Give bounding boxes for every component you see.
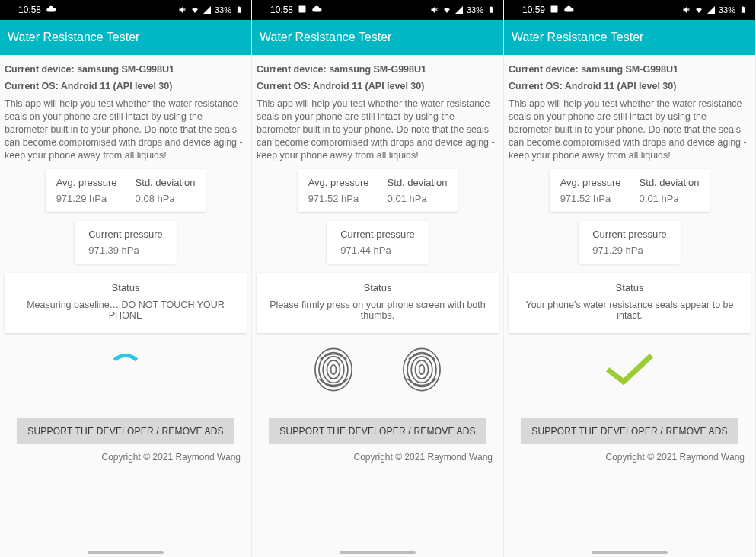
wifi-icon (694, 5, 703, 14)
metrics-card: Avg. pressure 971.52 hPa Std. deviation … (298, 169, 458, 212)
status-card: Status Please firmly press on your phone… (257, 273, 499, 333)
std-dev-value: 0.01 hPa (640, 193, 700, 204)
device-line: Current device: samsung SM-G998U1 (5, 61, 247, 78)
status-card: Status Measuring baseline… DO NOT TOUCH … (5, 273, 247, 333)
current-pressure-value: 971.29 hPa (592, 245, 667, 256)
metrics-card: Avg. pressure 971.52 hPa Std. deviation … (550, 169, 710, 212)
current-pressure-label: Current pressure (340, 229, 415, 240)
status-message: Your phone's water resistance seals appe… (515, 299, 745, 321)
app-bar: Water Resistance Tester (252, 20, 503, 55)
app-title: Water Resistance Tester (260, 30, 391, 43)
home-indicator[interactable] (340, 551, 416, 554)
wifi-icon (190, 5, 199, 14)
battery-text: 33% (719, 5, 735, 14)
avg-pressure-value: 971.52 hPa (308, 193, 369, 204)
avg-pressure-value: 971.52 hPa (560, 193, 621, 204)
svg-point-5 (331, 365, 337, 374)
cloud-icon (311, 4, 322, 17)
android-status-bar: 10:58 33% (0, 0, 251, 20)
device-line: Current device: samsung SM-G998U1 (257, 61, 499, 78)
visual-area (509, 336, 751, 406)
phone-screen-1: 10:58 33% Water Resistance Tester Curren… (0, 0, 252, 557)
clock: 10:58 (270, 5, 293, 15)
support-developer-button[interactable]: SUPPORT THE DEVELOPER / REMOVE ADS (521, 418, 738, 444)
visual-area[interactable] (257, 336, 499, 406)
clock: 10:59 (522, 5, 545, 15)
spinner-icon (108, 354, 143, 389)
app-title: Water Resistance Tester (8, 30, 139, 43)
mute-icon (430, 5, 439, 14)
svg-point-10 (419, 365, 425, 374)
clock: 10:58 (18, 5, 41, 15)
avg-pressure-label: Avg. pressure (560, 177, 621, 188)
mute-icon (682, 5, 691, 14)
copyright: Copyright © 2021 Raymond Wang (509, 444, 751, 463)
status-message: Please firmly press on your phone screen… (263, 299, 493, 321)
svg-point-1 (315, 349, 352, 391)
copyright: Copyright © 2021 Raymond Wang (257, 444, 499, 463)
fingerprint-icon[interactable] (312, 346, 355, 396)
svg-point-6 (404, 349, 440, 391)
description: This app will help you test whether the … (257, 94, 499, 169)
support-developer-button[interactable]: SUPPORT THE DEVELOPER / REMOVE ADS (17, 418, 234, 444)
home-indicator[interactable] (592, 551, 668, 554)
support-developer-button[interactable]: SUPPORT THE DEVELOPER / REMOVE ADS (269, 418, 486, 444)
copyright: Copyright © 2021 Raymond Wang (5, 444, 247, 463)
std-dev-label: Std. deviation (136, 177, 196, 188)
status-label: Status (11, 282, 241, 293)
current-pressure-label: Current pressure (592, 229, 667, 240)
metrics-card: Avg. pressure 971.29 hPa Std. deviation … (46, 169, 206, 212)
std-dev-label: Std. deviation (388, 177, 448, 188)
description: This app will help you test whether the … (5, 94, 247, 169)
avg-pressure-label: Avg. pressure (56, 177, 117, 188)
cloud-icon (563, 4, 574, 17)
current-pressure-card: Current pressure 971.29 hPa (579, 221, 681, 264)
signal-icon (203, 5, 212, 14)
app-bar: Water Resistance Tester (0, 20, 251, 55)
svg-point-4 (327, 360, 340, 379)
image-icon (298, 5, 307, 16)
status-message: Measuring baseline… DO NOT TOUCH YOUR PH… (11, 299, 241, 321)
current-pressure-card: Current pressure 971.39 hPa (75, 221, 177, 264)
os-line: Current OS: Android 11 (API level 30) (509, 78, 751, 94)
cloud-icon (46, 4, 56, 17)
app-title: Water Resistance Tester (512, 30, 643, 43)
signal-icon (707, 5, 716, 14)
status-label: Status (263, 282, 493, 293)
battery-text: 33% (215, 5, 231, 14)
checkmark-icon (605, 351, 654, 391)
os-line: Current OS: Android 11 (API level 30) (5, 78, 247, 94)
std-dev-label: Std. deviation (640, 177, 700, 188)
status-label: Status (515, 282, 745, 293)
phone-screen-3: 10:59 33% Water Resistance Tester Curren… (504, 0, 756, 557)
image-icon (550, 5, 559, 16)
std-dev-value: 0.01 hPa (388, 193, 448, 204)
home-indicator[interactable] (88, 551, 164, 554)
fingerprint-icon[interactable] (400, 346, 443, 396)
wifi-icon (442, 5, 451, 14)
signal-icon (455, 5, 464, 14)
svg-point-9 (415, 360, 428, 379)
std-dev-value: 0.08 hPa (136, 193, 196, 204)
visual-area (5, 336, 247, 406)
app-bar: Water Resistance Tester (504, 20, 755, 55)
android-status-bar: 10:59 33% (504, 0, 755, 20)
current-pressure-value: 971.39 hPa (88, 245, 163, 256)
battery-icon (738, 5, 748, 14)
android-status-bar: 10:58 33% (252, 0, 503, 20)
battery-icon (234, 5, 244, 14)
phone-screen-2: 10:58 33% Water Resistance Tester Curren… (252, 0, 504, 557)
mute-icon (178, 5, 187, 14)
avg-pressure-label: Avg. pressure (308, 177, 369, 188)
battery-icon (486, 5, 496, 14)
current-pressure-card: Current pressure 971.44 hPa (327, 221, 429, 264)
current-pressure-label: Current pressure (88, 229, 163, 240)
battery-text: 33% (467, 5, 483, 14)
avg-pressure-value: 971.29 hPa (56, 193, 117, 204)
current-pressure-value: 971.44 hPa (340, 245, 415, 256)
status-card: Status Your phone's water resistance sea… (509, 273, 751, 333)
os-line: Current OS: Android 11 (API level 30) (257, 78, 499, 94)
svg-rect-11 (551, 5, 558, 12)
description: This app will help you test whether the … (509, 94, 751, 169)
svg-rect-0 (299, 5, 306, 12)
